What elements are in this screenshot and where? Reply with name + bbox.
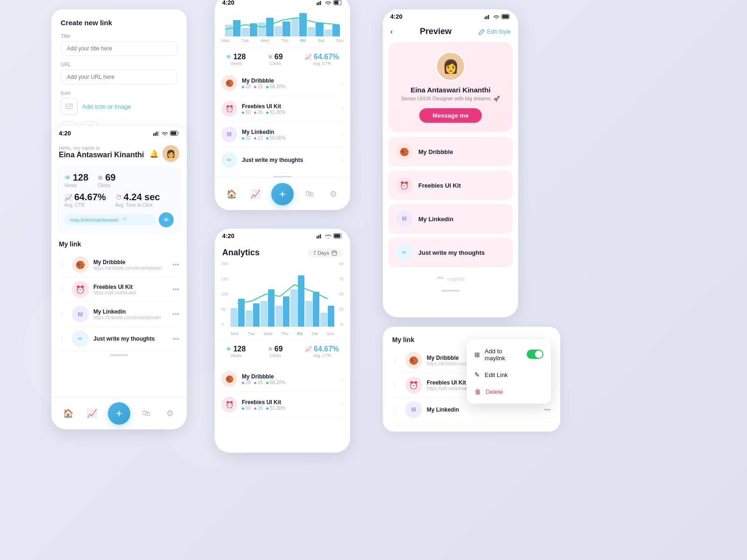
mylink-section-left: My link ⋮ 🏀 My Dribbble https://dribbble… <box>51 234 187 351</box>
thoughts-icon: ✏ <box>72 330 89 347</box>
nav-plus-btn[interactable]: + <box>108 402 130 425</box>
dribbble-url: https://dribbble.com/einantaswari <box>93 266 168 271</box>
list-item-cb[interactable]: 🏀 My Dribbble 28 15 68.20% › <box>221 366 344 392</box>
svg-rect-22 <box>485 17 486 19</box>
linkedin-icon: M <box>72 306 89 322</box>
more-icon[interactable]: ••• <box>172 286 179 293</box>
ctr-cb: 📈64.67% Avg. CTR <box>305 345 339 358</box>
linkedin-rb-icon: M <box>405 401 422 418</box>
list-item[interactable]: ⏰ Freebies UI Kit 50 26 51.00% › <box>221 96 344 122</box>
stats-card-left: 👁 128 Views ❄ 69 Clicks 📈 64.67% Avg. CT… <box>57 166 181 234</box>
nav-shop-btn[interactable]: 🛍 <box>138 405 155 422</box>
ctr-inline: 📈 64.67% Avg. CTR <box>305 53 339 66</box>
back-button[interactable]: ‹ <box>390 28 393 36</box>
linkedin-url: https://linkedin.com/einantaswari <box>93 315 168 320</box>
chevron-right-icon: › <box>342 80 344 86</box>
title-input[interactable] <box>61 41 177 56</box>
dribbble-list-stats: 28 15 68.20% <box>242 84 337 89</box>
svg-rect-8 <box>171 132 176 135</box>
scroll-indicator-right <box>441 290 460 292</box>
list-item[interactable]: 🏀 My Dribbble 28 15 68.20% › <box>221 70 344 96</box>
url-label: URL <box>61 62 177 67</box>
chevron-right-icon: › <box>342 131 344 138</box>
time-center-bot: 4:20 <box>222 232 234 239</box>
title-label: Title <box>61 33 177 39</box>
preview-freebies-name: Freebies UI Kit <box>418 182 461 189</box>
nav-shop-btn-ct[interactable]: 🛍 <box>301 186 318 203</box>
dribbble-list-icon: 🏀 <box>221 75 237 91</box>
nav-home-btn-ct[interactable]: 🏠 <box>223 186 240 203</box>
context-add-to-maylink[interactable]: ⊞ Add to maylink <box>467 343 551 366</box>
views-lbl: Views <box>64 183 88 188</box>
preview-linkedin-name: My Linkedin <box>418 216 453 223</box>
freebies-info: Freebies UI Kit https://ui8.net/einakit <box>93 284 168 295</box>
icon-placeholder[interactable] <box>61 98 78 115</box>
linkedin-rb-info: My Linkedin <box>427 406 539 413</box>
trend-line-cb <box>231 261 334 327</box>
svg-rect-23 <box>486 16 488 19</box>
context-edit-link[interactable]: ✎ Edit Link <box>467 366 551 383</box>
ctr-lbl-ct: Avg. CTR <box>305 61 339 66</box>
bell-icon[interactable]: 🔔 <box>149 149 159 158</box>
preview-dribbble-link[interactable]: 🏀 My Dribbble <box>388 137 513 167</box>
add-icon-button[interactable]: Add icon or image <box>82 103 131 110</box>
ctr-icon: 📈 <box>64 194 72 201</box>
profile-name: Eina Antaswari Kinanthi <box>396 86 505 94</box>
list-item[interactable]: ✏ Just write my thoughts › <box>221 147 344 173</box>
nav-home-btn[interactable]: 🏠 <box>60 405 77 422</box>
more-icon[interactable]: ••• <box>172 335 179 343</box>
bottom-nav-center-top: 🏠 📈 + 🛍 ⚙ <box>215 177 350 210</box>
clicks-icon: ❄ <box>98 174 103 182</box>
right-bottom-card: My link ⋮ 🏀 My Dribbble https://dribbble… <box>383 327 560 432</box>
message-me-button[interactable]: Message me <box>419 108 481 123</box>
svg-rect-20 <box>334 234 340 238</box>
time-lbl: Avg. Time to Click <box>115 203 160 208</box>
nav-settings-btn[interactable]: ⚙ <box>162 405 178 422</box>
freebies-info-cb: Freebies UI Kit 50 26 51.00% <box>242 399 337 411</box>
svg-rect-16 <box>318 235 320 238</box>
nav-analytics-btn-ct[interactable]: 📈 <box>247 186 264 203</box>
freebies-stats-cb: 50 26 51.00% <box>242 406 337 411</box>
views-val-ct: 128 <box>233 53 246 61</box>
list-item-cb2[interactable]: ⏰ Freebies UI Kit 50 26 51.00% › <box>221 392 344 418</box>
preview-linkedin-link[interactable]: M My Linkedin <box>388 204 513 234</box>
svg-rect-17 <box>320 234 321 238</box>
preview-freebies-link[interactable]: ⏰ Freebies UI Kit <box>388 170 513 200</box>
preview-thoughts-name: Just write my thoughts <box>418 249 485 256</box>
more-icon-rb3[interactable]: ••• <box>544 406 551 413</box>
linkedin-list-info: My Linkedin 22 12 50.00% <box>242 129 337 140</box>
preview-thoughts-link[interactable]: ✏ Just write my thoughts <box>388 238 513 267</box>
edit-style-button[interactable]: Edit Style <box>479 28 511 35</box>
status-bar-center-bot: 4:20 <box>215 229 350 241</box>
more-icon[interactable]: ••• <box>172 310 179 318</box>
time-center-top: 4:20 <box>222 0 234 6</box>
more-icon[interactable]: ••• <box>172 261 179 268</box>
edit-link-icon: ✎ <box>474 371 480 378</box>
delete-icon: 🗑 <box>474 388 481 395</box>
clicks-stat: ❄ 69 Clicks <box>98 172 115 188</box>
list-item[interactable]: M My Linkedin 22 12 50.00% › <box>221 122 344 147</box>
status-bar-center-top: 4:20 <box>215 0 350 8</box>
svg-rect-9 <box>317 3 318 5</box>
days-badge-cb[interactable]: 7 Days <box>308 248 343 258</box>
eye-button[interactable]: 👁 <box>159 212 174 227</box>
svg-rect-4 <box>156 132 158 136</box>
clicks-val-ct: 69 <box>275 53 283 61</box>
nav-analytics-btn[interactable]: 📈 <box>84 405 100 422</box>
views-stat: 👁 128 Views <box>64 172 88 188</box>
preview-dribbble-icon: 🏀 <box>396 143 413 160</box>
context-delete[interactable]: 🗑 Delete <box>467 383 551 400</box>
list-item: ⋮ M My Linkedin https://linkedin.com/ein… <box>59 302 179 327</box>
freebies-list-icon: ⏰ <box>221 101 237 117</box>
profile-bio: Senior UI/UX Designer with big dreams. 🚀 <box>396 96 505 102</box>
status-icons-center-top <box>317 0 343 5</box>
url-input[interactable] <box>61 70 177 84</box>
toggle-maylink[interactable] <box>527 350 543 359</box>
days-label: 7 Days <box>313 250 329 256</box>
svg-point-18 <box>328 238 329 238</box>
svg-point-12 <box>328 4 329 5</box>
svg-point-6 <box>164 135 165 136</box>
nav-settings-btn-ct[interactable]: ⚙ <box>325 186 342 203</box>
clicks-cb: ❄69 Clicks <box>268 345 283 358</box>
nav-plus-btn-ct[interactable]: + <box>271 183 294 205</box>
